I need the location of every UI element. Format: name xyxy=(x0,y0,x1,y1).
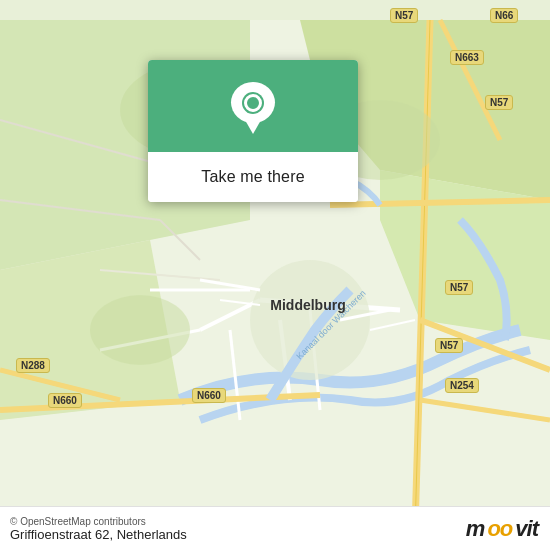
svg-point-34 xyxy=(90,295,190,365)
copyright-text: © OpenStreetMap contributors xyxy=(10,516,187,527)
road-label-n57-low: N57 xyxy=(435,338,463,353)
road-label-n254: N254 xyxy=(445,378,479,393)
popup-green-section xyxy=(148,60,358,152)
take-me-there-button[interactable]: Take me there xyxy=(191,166,314,188)
svg-text:Middelburg: Middelburg xyxy=(270,297,345,313)
moovit-logo-oo: oo xyxy=(487,516,512,542)
road-label-n57-mid: N57 xyxy=(445,280,473,295)
road-label-n663: N663 xyxy=(450,50,484,65)
road-label-n66: N66 xyxy=(490,8,518,23)
road-label-n57-right: N57 xyxy=(485,95,513,110)
location-pin-icon xyxy=(231,82,275,134)
road-label-n660-left: N660 xyxy=(48,393,82,408)
popup-button-row: Take me there xyxy=(148,152,358,202)
pin-tail xyxy=(245,120,261,134)
pin-inner-circle xyxy=(244,94,262,112)
road-label-n288: N288 xyxy=(16,358,50,373)
svg-point-20 xyxy=(250,260,370,380)
pin-outer-circle xyxy=(231,82,275,123)
moovit-logo-vit: vit xyxy=(515,516,538,542)
map-container: Kanaal door Walcheren Middelburg N57 N66… xyxy=(0,0,550,550)
popup-card: Take me there xyxy=(148,60,358,202)
address-text: Griffioenstraat 62, Netherlands xyxy=(10,527,187,542)
road-label-n57-top: N57 xyxy=(390,8,418,23)
road-label-n660-mid: N660 xyxy=(192,388,226,403)
bottom-info: © OpenStreetMap contributors Griffioenst… xyxy=(10,516,187,542)
bottom-bar: © OpenStreetMap contributors Griffioenst… xyxy=(0,506,550,550)
moovit-logo-m: m xyxy=(466,516,485,542)
moovit-logo: moovit xyxy=(466,516,538,542)
